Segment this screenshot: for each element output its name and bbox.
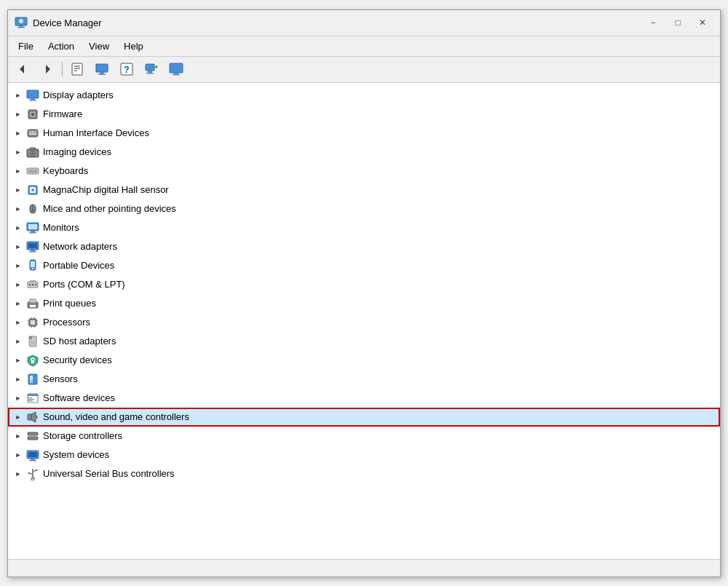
device-item-display-adapters[interactable]: ► Display adapters	[8, 86, 720, 105]
label-processors: Processors	[43, 317, 90, 328]
icon-ports	[25, 277, 40, 292]
device-item-keyboards[interactable]: ► Keyboards	[8, 162, 720, 181]
device-item-software[interactable]: ► Software devices	[8, 389, 720, 408]
label-monitors: Monitors	[43, 222, 79, 233]
device-item-monitors[interactable]: ► Monitors	[8, 218, 720, 237]
device-item-system[interactable]: ► System devices	[8, 446, 720, 464]
svg-point-62	[32, 283, 33, 285]
icon-usb	[25, 467, 40, 481]
device-item-portable[interactable]: ► Portable Devices	[8, 256, 720, 275]
forward-icon	[41, 63, 54, 76]
device-item-security[interactable]: ► Security devices	[8, 351, 720, 370]
svg-rect-51	[31, 231, 35, 232]
chevron-processors: ►	[14, 318, 23, 327]
device-item-sound[interactable]: ► Sound, video and game controllers	[8, 408, 720, 427]
icon-security	[25, 353, 40, 368]
icon-magnachip	[25, 183, 40, 197]
label-display-adapters: Display adapters	[43, 90, 114, 100]
svg-rect-56	[28, 243, 37, 248]
close-button[interactable]: ✕	[691, 12, 714, 33]
scan-icon	[144, 62, 159, 76]
svg-rect-12	[98, 74, 106, 76]
device-item-mice[interactable]: ► Mice and other pointing devices	[8, 199, 720, 218]
label-imaging: Imaging devices	[43, 146, 111, 157]
device-item-network[interactable]: ► Network adapters	[8, 237, 720, 256]
chevron-usb: ►	[14, 470, 23, 478]
chevron-sdhost: ►	[14, 337, 23, 346]
device-item-magnachip[interactable]: ► MagnaChip digital Hall sensor	[8, 181, 720, 199]
label-security: Security devices	[43, 355, 112, 365]
svg-rect-67	[30, 305, 36, 307]
device-item-usb[interactable]: ► Universal Serial Bus controllers	[8, 464, 720, 483]
svg-rect-83	[31, 344, 35, 344]
label-sound: Sound, video and game controllers	[43, 411, 189, 422]
chevron-monitors: ►	[14, 223, 23, 232]
svg-rect-93	[28, 400, 33, 401]
label-ports: Ports (COM & LPT)	[43, 279, 125, 290]
device-item-sdhost[interactable]: ► SD host adapters	[8, 332, 720, 351]
svg-rect-39	[31, 170, 32, 171]
svg-point-108	[28, 472, 31, 474]
label-sensors: Sensors	[43, 373, 78, 384]
window-title: Device Manager	[33, 17, 102, 28]
svg-rect-30	[32, 131, 34, 132]
svg-marker-16	[154, 66, 157, 68]
back-button[interactable]	[11, 59, 34, 79]
device-item-print[interactable]: ► Print queues	[8, 294, 720, 313]
maximize-button[interactable]: □	[666, 12, 689, 33]
svg-rect-10	[96, 64, 108, 72]
properties-icon	[70, 62, 84, 76]
chevron-display-adapters: ►	[14, 91, 23, 100]
chevron-security: ►	[14, 356, 23, 365]
device-item-imaging[interactable]: ► Imaging devices	[8, 143, 720, 162]
menu-help[interactable]: Help	[116, 38, 151, 55]
svg-rect-17	[148, 71, 152, 73]
scan-button[interactable]	[140, 59, 163, 79]
icon-imaging	[25, 145, 40, 159]
menu-file[interactable]: File	[11, 38, 41, 55]
svg-marker-5	[46, 65, 50, 74]
device-item-processors[interactable]: ► Processors	[8, 313, 720, 332]
tree-panel[interactable]: ► Display adapters ► Firmware ►	[8, 83, 720, 559]
device-item-ports[interactable]: ► Ports (COM & LPT)	[8, 275, 720, 294]
menu-action[interactable]: Action	[41, 38, 82, 55]
title-bar: Device Manager − □ ✕	[8, 10, 720, 36]
svg-rect-24	[29, 100, 36, 101]
svg-rect-50	[28, 224, 37, 229]
icon-sound	[25, 410, 40, 424]
svg-rect-70	[31, 320, 35, 325]
forward-button[interactable]	[36, 59, 59, 79]
properties-button[interactable]	[66, 59, 89, 79]
device-item-firmware[interactable]: ► Firmware	[8, 105, 720, 124]
label-mice: Mice and other pointing devices	[43, 203, 176, 214]
svg-rect-31	[35, 131, 36, 132]
svg-rect-29	[29, 131, 31, 132]
minimize-button[interactable]: −	[641, 12, 665, 33]
svg-rect-54	[31, 250, 35, 251]
svg-rect-92	[28, 399, 34, 400]
device-item-human-interface[interactable]: ► Human Interface Devices	[8, 124, 720, 143]
label-keyboards: Keyboards	[43, 165, 88, 176]
svg-rect-37	[27, 168, 39, 174]
display-button[interactable]	[165, 59, 188, 79]
label-storage: Storage controllers	[43, 430, 122, 441]
icon-print	[25, 296, 40, 311]
svg-rect-91	[28, 397, 32, 398]
help-button[interactable]: ?	[115, 59, 138, 79]
chevron-storage: ►	[14, 432, 23, 440]
icon-firmware	[25, 107, 40, 122]
svg-rect-42	[28, 171, 37, 173]
svg-rect-22	[27, 90, 39, 98]
menu-view[interactable]: View	[82, 38, 116, 55]
svg-rect-19	[170, 63, 183, 73]
device-list: ► Display adapters ► Firmware ►	[8, 83, 720, 486]
help-icon: ?	[119, 62, 134, 76]
device-item-storage[interactable]: ► Storage controllers	[8, 427, 720, 446]
svg-point-59	[32, 268, 33, 269]
update-button[interactable]	[90, 59, 114, 79]
chevron-firmware: ►	[14, 110, 23, 119]
icon-sensors	[25, 372, 40, 387]
device-item-sensors[interactable]: ► Sensors	[8, 370, 720, 389]
toolbar-separator-1	[62, 62, 63, 76]
content-area: ► Display adapters ► Firmware ►	[8, 83, 720, 559]
